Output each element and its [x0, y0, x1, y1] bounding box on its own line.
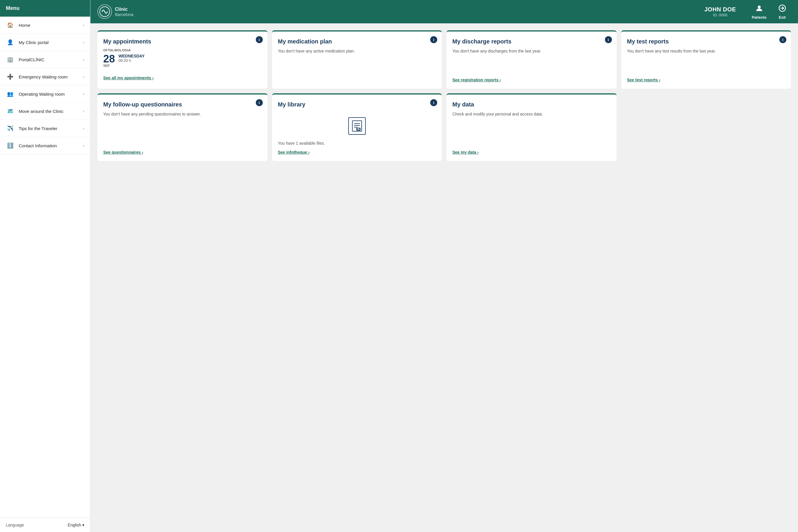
sidebar-item-emergency-waiting-room[interactable]: ➕ Emergency Waiting room ›	[0, 68, 90, 86]
empty-card	[621, 93, 791, 161]
chevron-right-icon: ›	[83, 57, 84, 62]
sidebar-item-operating-label: Operating Waiting room	[19, 92, 83, 97]
appointments-weekday: WEDNESDAY	[118, 54, 145, 58]
exit-button[interactable]: Exit	[774, 2, 791, 22]
logo-subtitle: Barcelona	[115, 12, 133, 17]
sidebar-item-portal-clinic[interactable]: 🏢 PortalCLÍNIC ›	[0, 51, 90, 68]
appointments-title: My appointments	[103, 38, 262, 45]
discharge-title: My discharge reports	[452, 38, 611, 45]
discharge-link[interactable]: See registration reports ›	[452, 78, 611, 82]
discharge-card: i My discharge reports You don't have an…	[446, 30, 616, 89]
chevron-down-icon: ▾	[82, 522, 84, 527]
people-icon: 👥	[6, 91, 15, 97]
followup-title: My follow-up questionnaires	[103, 101, 262, 108]
test-reports-body: You don't have any test results from the…	[627, 49, 785, 74]
sidebar-item-tips-label: Tips for the Traveler	[19, 126, 83, 131]
sidebar-language: Language English ▾	[0, 518, 90, 532]
test-reports-link[interactable]: See test reports ›	[627, 78, 785, 82]
followup-info-button[interactable]: i	[256, 99, 263, 106]
map-icon: 🗺️	[6, 108, 15, 114]
info-icon: ℹ️	[6, 142, 15, 149]
chevron-right-icon: ›	[83, 92, 84, 96]
sidebar-item-home[interactable]: 🏠 Home ›	[0, 17, 90, 34]
person-icon: 👤	[6, 39, 15, 45]
mydata-card: My data Check and modify your personal a…	[446, 93, 616, 161]
library-info-button[interactable]: i	[430, 99, 437, 106]
appointments-specialty: OFTALMOLOGIA	[103, 49, 262, 52]
sidebar-header: Menu	[0, 0, 90, 17]
sidebar-item-move-around-clinic[interactable]: 🗺️ Move around the Clinic ›	[0, 103, 90, 120]
exit-icon	[778, 4, 786, 14]
logo-title: Clínic	[115, 6, 133, 12]
sidebar-item-emergency-label: Emergency Waiting room	[19, 74, 83, 79]
discharge-body: You don't have any discharges from the l…	[452, 49, 611, 74]
language-selector[interactable]: English ▾	[68, 522, 84, 527]
mydata-body: Check and modify your personal and acces…	[452, 111, 611, 147]
logo-area: Clínic Barcelona	[97, 4, 133, 19]
medication-body: You don't have any active medication pla…	[278, 49, 436, 82]
followup-card: i My follow-up questionnaires You don't …	[97, 93, 267, 161]
home-icon: 🏠	[6, 22, 15, 28]
user-name: JOHN DOE	[704, 6, 736, 13]
sidebar: Menu 🏠 Home › 👤 My Clinic portal › 🏢 Por…	[0, 0, 90, 532]
appointments-card: i My appointments OFTALMOLOGIA 28 SEP WE…	[97, 30, 267, 89]
cards-row-1: i My appointments OFTALMOLOGIA 28 SEP WE…	[97, 30, 791, 89]
mydata-link[interactable]: See my data ›	[452, 150, 611, 155]
appointments-info-button[interactable]: i	[256, 36, 263, 43]
followup-body: You don't have any pending questionnaire…	[103, 111, 262, 147]
appointments-date: 28 SEP WEDNESDAY 09:20 h	[103, 54, 262, 68]
content-area: i My appointments OFTALMOLOGIA 28 SEP WE…	[90, 23, 798, 532]
patients-icon	[755, 4, 763, 14]
header-user: JOHN DOE ID: 0000	[704, 6, 736, 17]
sidebar-item-my-clinic-portal-label: My Clinic portal	[19, 40, 83, 45]
language-value: English	[68, 522, 81, 527]
mydata-title: My data	[452, 101, 611, 108]
cards-row-2: i My follow-up questionnaires You don't …	[97, 93, 791, 161]
sidebar-title: Menu	[6, 5, 20, 11]
main-area: Clínic Barcelona JOHN DOE ID: 0000 Patie…	[90, 0, 798, 532]
chevron-right-icon: ›	[83, 143, 84, 148]
appointments-time: 09:20 h	[118, 58, 145, 63]
chevron-right-icon: ›	[83, 40, 84, 45]
library-icon	[348, 117, 366, 135]
sidebar-item-contact-information[interactable]: ℹ️ Contact Information ›	[0, 137, 90, 154]
test-reports-card: i My test reports You don't have any tes…	[621, 30, 791, 89]
sidebar-item-my-clinic-portal[interactable]: 👤 My Clinic portal ›	[0, 34, 90, 51]
medication-title: My medication plan	[278, 38, 436, 45]
plane-icon: ✈️	[6, 125, 15, 132]
sidebar-item-portal-clinic-label: PortalCLÍNIC	[19, 57, 83, 62]
library-icon-area	[278, 111, 436, 140]
sidebar-item-operating-waiting-room[interactable]: 👥 Operating Waiting room ›	[0, 86, 90, 103]
svg-point-1	[758, 5, 761, 8]
patients-button[interactable]: Patients	[747, 2, 771, 22]
chevron-right-icon: ›	[83, 74, 84, 79]
top-header: Clínic Barcelona JOHN DOE ID: 0000 Patie…	[90, 0, 798, 23]
chevron-right-icon: ›	[83, 109, 84, 113]
library-link[interactable]: See infotheque ›	[278, 150, 436, 155]
sidebar-item-move-label: Move around the Clinic	[19, 109, 83, 114]
cross-icon: ➕	[6, 74, 15, 80]
user-id: ID: 0000	[704, 13, 736, 17]
medication-info-button[interactable]: i	[430, 36, 437, 43]
appointments-link[interactable]: See all my appointments ›	[103, 76, 262, 80]
sidebar-item-tips-traveler[interactable]: ✈️ Tips for the Traveler ›	[0, 120, 90, 137]
sidebar-item-contact-label: Contact Information	[19, 143, 83, 148]
test-reports-title: My test reports	[627, 38, 785, 45]
library-title: My library	[278, 101, 436, 108]
exit-label: Exit	[779, 15, 786, 20]
medication-card: i My medication plan You don't have any …	[272, 30, 442, 89]
chevron-right-icon: ›	[83, 126, 84, 131]
test-reports-info-button[interactable]: i	[779, 36, 786, 43]
patients-label: Patients	[752, 15, 766, 20]
discharge-info-button[interactable]: i	[605, 36, 612, 43]
sidebar-item-home-label: Home	[19, 23, 83, 28]
sidebar-nav: 🏠 Home › 👤 My Clinic portal › 🏢 PortalCL…	[0, 17, 90, 518]
language-label: Language	[6, 522, 24, 527]
library-body: You have 1 available files.	[278, 140, 436, 147]
chevron-right-icon: ›	[83, 23, 84, 27]
clinic-logo-icon	[97, 4, 112, 19]
building-icon: 🏢	[6, 56, 15, 63]
appointments-day: 28	[103, 54, 115, 64]
followup-link[interactable]: See questionnaires ›	[103, 150, 262, 155]
library-card: i My library	[272, 93, 442, 161]
